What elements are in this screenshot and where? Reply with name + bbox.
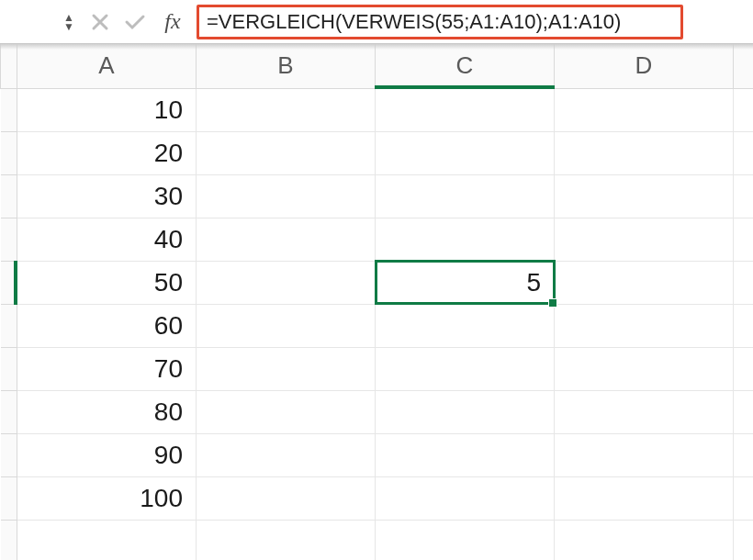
cell-edge[interactable] — [734, 131, 754, 174]
cell-D10[interactable] — [555, 476, 734, 520]
table-row: 10 — [1, 88, 754, 131]
table-row: 70 — [1, 347, 754, 390]
cell-B1[interactable] — [197, 88, 376, 131]
cell-C1[interactable] — [376, 88, 555, 131]
row-header[interactable] — [1, 261, 17, 304]
cell-C7[interactable] — [376, 347, 555, 390]
cell-D4[interactable] — [555, 218, 734, 261]
column-header-row: A B C D — [1, 44, 754, 88]
cell-C11[interactable] — [376, 520, 555, 560]
cell-B8[interactable] — [197, 390, 376, 433]
column-header-B[interactable]: B — [197, 44, 376, 88]
row-header[interactable] — [1, 88, 17, 131]
cell-edge[interactable] — [734, 261, 754, 304]
cell-A7[interactable]: 70 — [17, 347, 197, 390]
cell-B6[interactable] — [197, 304, 376, 347]
column-label: B — [277, 51, 293, 79]
cell-edge[interactable] — [734, 347, 754, 390]
formula-bar: ▲ ▼ fx =VERGLEICH(VERWEIS(55;A1:A10);A1:… — [0, 0, 753, 44]
name-box-stepper[interactable]: ▲ ▼ — [55, 4, 83, 40]
cell-C8[interactable] — [376, 390, 555, 433]
cell-A5[interactable]: 50 — [17, 261, 197, 304]
close-icon — [91, 13, 109, 31]
cell-B7[interactable] — [197, 347, 376, 390]
table-row: 60 — [1, 304, 754, 347]
row-header[interactable] — [1, 433, 17, 476]
row-header[interactable] — [1, 174, 17, 218]
cell-D9[interactable] — [555, 433, 734, 476]
cell-B5[interactable] — [197, 261, 376, 304]
cell-edge[interactable] — [734, 476, 754, 520]
cell-D11[interactable] — [555, 520, 734, 560]
cell-edge[interactable] — [734, 304, 754, 347]
cell-D7[interactable] — [555, 347, 734, 390]
cell-D5[interactable] — [555, 261, 734, 304]
cell-A11[interactable] — [17, 520, 197, 560]
cell-C9[interactable] — [376, 433, 555, 476]
formula-text: =VERGLEICH(VERWEIS(55;A1:A10);A1:A10) — [207, 10, 621, 34]
table-row — [1, 520, 754, 560]
table-row: 30 — [1, 174, 754, 218]
cell-A6[interactable]: 60 — [17, 304, 197, 347]
column-header-edge[interactable] — [734, 44, 754, 88]
cell-D6[interactable] — [555, 304, 734, 347]
column-header-D[interactable]: D — [555, 44, 734, 88]
row-header[interactable] — [1, 520, 17, 560]
row-header[interactable] — [1, 347, 17, 390]
accept-formula-button[interactable] — [118, 4, 152, 40]
cell-edge[interactable] — [734, 174, 754, 218]
cell-edge[interactable] — [734, 520, 754, 560]
fx-label: fx — [154, 9, 191, 34]
cell-B10[interactable] — [197, 476, 376, 520]
cell-A3[interactable]: 30 — [17, 174, 197, 218]
cell-A2[interactable]: 20 — [17, 131, 197, 174]
spreadsheet-grid[interactable]: A B C D 1020304050560708090100 — [0, 44, 753, 560]
cell-edge[interactable] — [734, 433, 754, 476]
cell-D2[interactable] — [555, 131, 734, 174]
cell-A1[interactable]: 10 — [17, 88, 197, 131]
cell-A4[interactable]: 40 — [17, 218, 197, 261]
check-icon — [124, 13, 146, 31]
cell-C6[interactable] — [376, 304, 555, 347]
cell-edge[interactable] — [734, 88, 754, 131]
formula-input[interactable]: =VERGLEICH(VERWEIS(55;A1:A10);A1:A10) — [197, 5, 683, 39]
column-label: D — [635, 51, 653, 79]
table-row: 90 — [1, 433, 754, 476]
cell-A8[interactable]: 80 — [17, 390, 197, 433]
row-header[interactable] — [1, 304, 17, 347]
cell-C2[interactable] — [376, 131, 555, 174]
table-row: 100 — [1, 476, 754, 520]
table-row: 80 — [1, 390, 754, 433]
table-row: 40 — [1, 218, 754, 261]
table-row: 20 — [1, 131, 754, 174]
row-header[interactable] — [1, 476, 17, 520]
cell-C10[interactable] — [376, 476, 555, 520]
row-header[interactable] — [1, 390, 17, 433]
cancel-formula-button[interactable] — [83, 4, 118, 40]
cell-D1[interactable] — [555, 88, 734, 131]
column-header-A[interactable]: A — [17, 44, 197, 88]
cell-C3[interactable] — [376, 174, 555, 218]
cell-C5[interactable]: 5 — [376, 261, 555, 304]
column-header-C[interactable]: C — [376, 44, 555, 88]
cell-D8[interactable] — [555, 390, 734, 433]
column-label: C — [456, 51, 474, 79]
row-header[interactable] — [1, 131, 17, 174]
cell-A9[interactable]: 90 — [17, 433, 197, 476]
cell-B9[interactable] — [197, 433, 376, 476]
cell-D3[interactable] — [555, 174, 734, 218]
cell-A10[interactable]: 100 — [17, 476, 197, 520]
row-header[interactable] — [1, 218, 17, 261]
cell-B11[interactable] — [197, 520, 376, 560]
cell-C4[interactable] — [376, 218, 555, 261]
select-all-corner[interactable] — [1, 44, 17, 88]
cell-B4[interactable] — [197, 218, 376, 261]
cell-B2[interactable] — [197, 131, 376, 174]
cell-edge[interactable] — [734, 390, 754, 433]
cell-B3[interactable] — [197, 174, 376, 218]
table-row: 505 — [1, 261, 754, 304]
chevron-down-icon[interactable]: ▼ — [63, 22, 74, 31]
column-label: A — [98, 51, 114, 79]
cell-edge[interactable] — [734, 218, 754, 261]
